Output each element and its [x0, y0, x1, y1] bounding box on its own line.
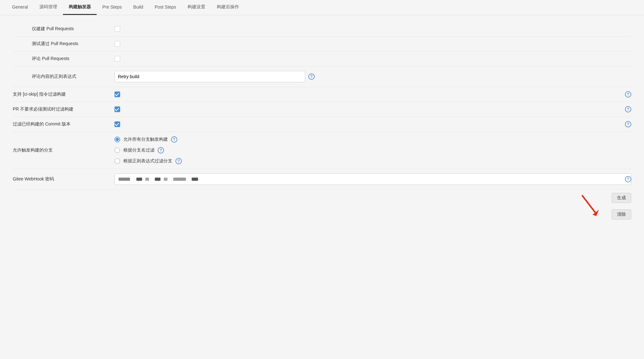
pr-no-test-control: [114, 106, 631, 112]
webhook-control: [114, 173, 631, 185]
test-pr-control: [114, 41, 631, 47]
pw-block-5: [164, 178, 168, 181]
allow-branch-label: 允许触发构建的分支: [13, 147, 114, 153]
row-test-pr: 测试通过 Pull Requests: [13, 37, 631, 51]
allow-branch-control: 允许所有分支触发构建 ? 根据分支名过滤 ? 根据正则表达式过滤分支 ?: [114, 136, 631, 164]
row-filter-built: 过滤已经构建的 Commit 版本 ?: [13, 117, 631, 132]
tab-source-management[interactable]: 源码管理: [34, 0, 63, 15]
pw-block-4: [155, 178, 161, 181]
tab-general[interactable]: General: [6, 0, 34, 15]
radio-filter-by-name[interactable]: [114, 147, 120, 153]
comment-regex-control: ?: [114, 71, 631, 82]
generate-area: 生成 清除: [13, 190, 631, 223]
comment-regex-input[interactable]: [114, 71, 305, 82]
radio-all-branches-label: 允许所有分支触发构建: [123, 137, 168, 142]
pr-no-test-checkbox[interactable]: [114, 106, 120, 112]
comment-regex-help-icon[interactable]: ?: [308, 73, 315, 80]
test-pr-checkbox[interactable]: [114, 41, 120, 47]
webhook-password-field: [114, 173, 631, 185]
pw-block-7: [192, 178, 198, 181]
branch-radio-group: 允许所有分支触发构建 ? 根据分支名过滤 ? 根据正则表达式过滤分支 ?: [114, 136, 182, 164]
radio-row-all: 允许所有分支触发构建 ?: [114, 136, 182, 143]
main-content: 仅建建 Pull Requests 测试通过 Pull Requests 评论 …: [0, 15, 644, 359]
ci-skip-help-icon[interactable]: ?: [625, 91, 631, 98]
ci-skip-label: 支持 [ci-skip] 指令过滤构建: [13, 91, 114, 97]
comment-pr-checkbox[interactable]: [114, 56, 120, 62]
ci-skip-control: [114, 91, 631, 97]
filter-built-label: 过滤已经构建的 Commit 版本: [13, 121, 114, 127]
pr-only-label: 仅建建 Pull Requests: [32, 26, 114, 32]
pr-no-test-label: PR 不要求必须测试时过滤构建: [13, 106, 114, 112]
row-comment-regex: 评论内容的正则表达式 ?: [13, 66, 631, 87]
tab-post-build[interactable]: 构建后操作: [211, 0, 245, 15]
tab-build[interactable]: Build: [127, 0, 149, 15]
pr-no-test-help-icon[interactable]: ?: [625, 106, 631, 112]
webhook-help-icon[interactable]: ?: [625, 176, 631, 182]
filter-built-control: [114, 121, 631, 127]
radio-all-branches-help-icon[interactable]: ?: [171, 136, 177, 143]
radio-row-name: 根据分支名过滤 ?: [114, 147, 182, 153]
radio-filter-by-regex[interactable]: [114, 158, 120, 164]
filter-built-help-icon[interactable]: ?: [625, 121, 631, 127]
clear-row: 清除: [13, 206, 631, 223]
ci-skip-checkbox[interactable]: [114, 91, 120, 97]
row-pr-only: 仅建建 Pull Requests: [13, 22, 631, 37]
row-webhook: Gitee WebHook 密码 ?: [13, 169, 631, 190]
pr-only-checkbox[interactable]: [114, 26, 120, 32]
generate-row: 生成: [13, 190, 631, 206]
radio-row-regex: 根据正则表达式过滤分支 ?: [114, 158, 182, 164]
pw-block-1: [119, 178, 130, 181]
comment-regex-label: 评论内容的正则表达式: [32, 74, 114, 79]
generate-button[interactable]: 生成: [612, 193, 631, 203]
comment-pr-label: 评论 Pull Requests: [32, 56, 114, 62]
tab-bar: General 源码管理 构建触发器 Pre Steps Build Post …: [0, 0, 644, 15]
radio-filter-by-name-help-icon[interactable]: ?: [158, 147, 164, 153]
pr-only-control: [114, 26, 631, 32]
row-comment-pr: 评论 Pull Requests: [13, 51, 631, 66]
clear-button[interactable]: 清除: [612, 209, 631, 220]
test-pr-label: 测试通过 Pull Requests: [32, 41, 114, 47]
comment-pr-control: [114, 56, 631, 62]
tab-pre-steps[interactable]: Pre Steps: [97, 0, 127, 15]
webhook-label: Gitee WebHook 密码: [13, 176, 114, 182]
row-ci-skip: 支持 [ci-skip] 指令过滤构建 ?: [13, 87, 631, 102]
radio-filter-by-regex-label: 根据正则表达式过滤分支: [123, 158, 172, 164]
pw-block-3: [145, 178, 149, 181]
tab-build-settings[interactable]: 构建设置: [182, 0, 211, 15]
filter-built-checkbox[interactable]: [114, 121, 120, 127]
row-pr-no-test: PR 不要求必须测试时过滤构建 ?: [13, 102, 631, 117]
tab-build-trigger[interactable]: 构建触发器: [63, 0, 97, 15]
pw-block-6: [173, 178, 186, 181]
radio-filter-by-regex-help-icon[interactable]: ?: [175, 158, 182, 164]
row-allow-branch: 允许触发构建的分支 允许所有分支触发构建 ? 根据分支名过滤 ? 根据正则表达式…: [13, 132, 631, 169]
pw-block-2: [136, 178, 142, 181]
radio-filter-by-name-label: 根据分支名过滤: [123, 147, 154, 153]
tab-post-steps[interactable]: Post Steps: [149, 0, 182, 15]
radio-all-branches[interactable]: [114, 137, 120, 142]
